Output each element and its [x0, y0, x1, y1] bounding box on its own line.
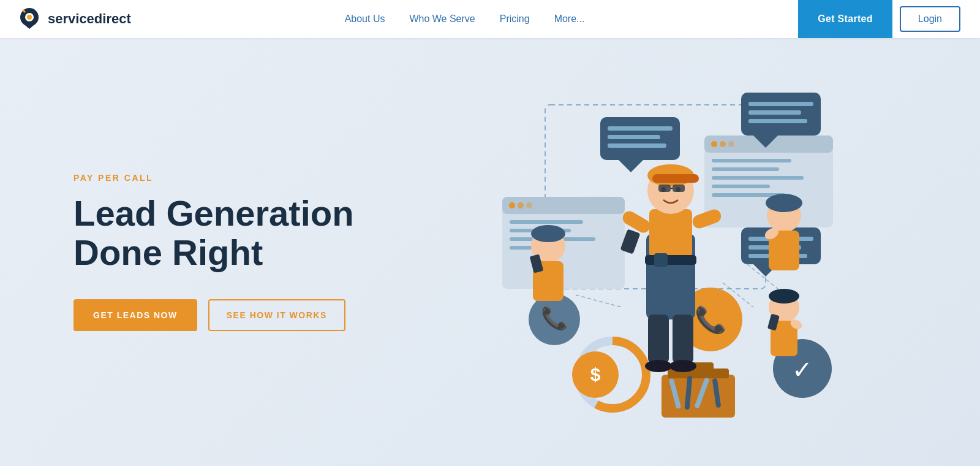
hero-content: PAY PER CALL Lead Generation Done Right … — [74, 173, 392, 331]
logo[interactable]: servicedirect — [17, 7, 131, 31]
nav-pricing[interactable]: Pricing — [490, 9, 540, 29]
svg-rect-25 — [608, 126, 673, 131]
get-started-button[interactable]: Get Started — [798, 0, 892, 38]
svg-marker-24 — [619, 160, 643, 172]
svg-point-72 — [669, 360, 696, 372]
svg-point-71 — [645, 360, 672, 372]
navbar: servicedirect About Us Who We Serve Pric… — [0, 0, 980, 38]
svg-rect-30 — [748, 102, 813, 106]
svg-rect-56 — [649, 209, 692, 258]
hero-illustration: 📞 $ 📞 ✓ — [392, 38, 907, 466]
svg-text:$: $ — [590, 364, 601, 384]
svg-rect-69 — [648, 315, 669, 364]
svg-point-8 — [526, 202, 532, 208]
svg-rect-20 — [712, 176, 804, 180]
logo-text: servicedirect — [48, 11, 131, 27]
svg-line-87 — [576, 295, 622, 307]
hero-title: Lead Generation Done Right — [74, 194, 392, 272]
svg-point-79 — [766, 194, 802, 212]
svg-point-83 — [769, 289, 799, 304]
svg-text:📞: 📞 — [541, 305, 568, 331]
nav-links: About Us Who We Serve Pricing More... — [335, 9, 595, 29]
svg-rect-31 — [748, 110, 801, 115]
svg-rect-27 — [608, 143, 666, 148]
nav-more[interactable]: More... — [545, 9, 595, 29]
hero-section: PAY PER CALL Lead Generation Done Right … — [0, 38, 980, 466]
svg-text:✓: ✓ — [792, 356, 813, 383]
svg-rect-9 — [510, 220, 583, 224]
svg-rect-62 — [658, 185, 671, 192]
nav-actions: Get Started Login — [798, 0, 960, 38]
illustration-svg: 📞 $ 📞 ✓ — [441, 74, 858, 430]
svg-rect-18 — [712, 159, 791, 162]
get-leads-button[interactable]: GET LEADS NOW — [74, 299, 197, 331]
hero-eyebrow: PAY PER CALL — [74, 173, 392, 183]
nav-who-we-serve[interactable]: Who We Serve — [399, 9, 484, 29]
svg-point-17 — [728, 141, 734, 147]
svg-point-15 — [711, 141, 717, 147]
svg-point-16 — [720, 141, 726, 147]
svg-point-6 — [509, 202, 515, 208]
svg-point-7 — [518, 202, 524, 208]
svg-text:📞: 📞 — [695, 305, 727, 335]
svg-rect-32 — [748, 119, 807, 123]
svg-rect-63 — [673, 185, 685, 192]
svg-point-2 — [27, 15, 32, 20]
nav-about-us[interactable]: About Us — [335, 9, 395, 29]
svg-rect-59 — [652, 174, 699, 183]
svg-rect-19 — [712, 167, 779, 171]
see-how-it-works-button[interactable]: SEE HOW IT WORKS — [208, 299, 345, 331]
svg-rect-26 — [608, 135, 660, 139]
svg-point-75 — [531, 225, 565, 242]
hero-buttons: GET LEADS NOW SEE HOW IT WORKS — [74, 299, 392, 331]
login-button[interactable]: Login — [900, 6, 960, 32]
svg-rect-65 — [620, 208, 653, 235]
svg-rect-70 — [673, 315, 693, 364]
svg-rect-67 — [645, 255, 696, 265]
svg-rect-68 — [654, 253, 668, 267]
logo-icon — [17, 7, 42, 31]
svg-rect-21 — [712, 185, 770, 188]
